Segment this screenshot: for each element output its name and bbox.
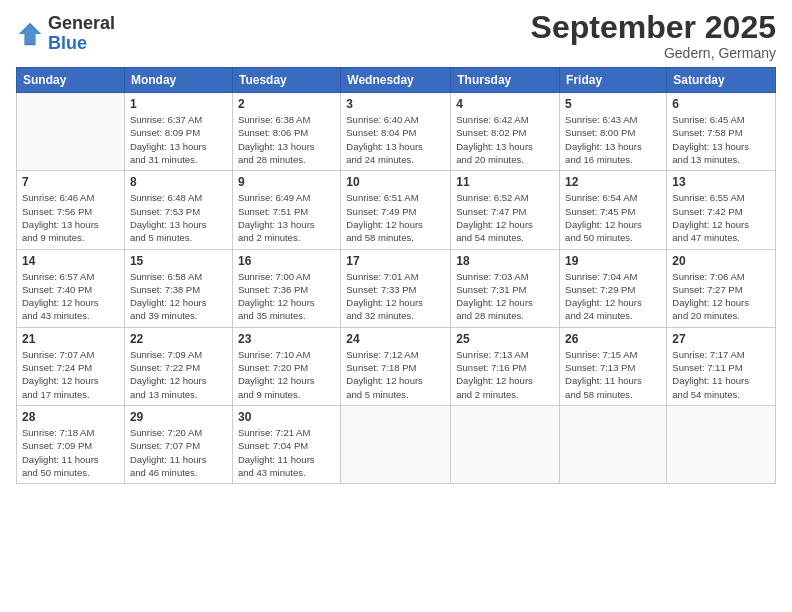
day-number: 22 (130, 332, 227, 346)
day-number: 26 (565, 332, 661, 346)
day-info: Sunrise: 6:46 AM Sunset: 7:56 PM Dayligh… (22, 191, 119, 244)
day-number: 30 (238, 410, 335, 424)
calendar-cell: 26Sunrise: 7:15 AM Sunset: 7:13 PM Dayli… (560, 327, 667, 405)
calendar-week-4: 21Sunrise: 7:07 AM Sunset: 7:24 PM Dayli… (17, 327, 776, 405)
day-number: 29 (130, 410, 227, 424)
calendar-cell: 27Sunrise: 7:17 AM Sunset: 7:11 PM Dayli… (667, 327, 776, 405)
calendar-week-3: 14Sunrise: 6:57 AM Sunset: 7:40 PM Dayli… (17, 249, 776, 327)
day-info: Sunrise: 7:09 AM Sunset: 7:22 PM Dayligh… (130, 348, 227, 401)
day-number: 3 (346, 97, 445, 111)
day-info: Sunrise: 6:40 AM Sunset: 8:04 PM Dayligh… (346, 113, 445, 166)
calendar-week-1: 1Sunrise: 6:37 AM Sunset: 8:09 PM Daylig… (17, 93, 776, 171)
day-info: Sunrise: 7:21 AM Sunset: 7:04 PM Dayligh… (238, 426, 335, 479)
day-info: Sunrise: 7:06 AM Sunset: 7:27 PM Dayligh… (672, 270, 770, 323)
day-info: Sunrise: 6:45 AM Sunset: 7:58 PM Dayligh… (672, 113, 770, 166)
col-thursday: Thursday (451, 68, 560, 93)
calendar-cell (17, 93, 125, 171)
calendar-cell: 28Sunrise: 7:18 AM Sunset: 7:09 PM Dayli… (17, 405, 125, 483)
calendar-cell: 15Sunrise: 6:58 AM Sunset: 7:38 PM Dayli… (124, 249, 232, 327)
day-number: 18 (456, 254, 554, 268)
calendar-cell: 2Sunrise: 6:38 AM Sunset: 8:06 PM Daylig… (232, 93, 340, 171)
calendar-cell: 22Sunrise: 7:09 AM Sunset: 7:22 PM Dayli… (124, 327, 232, 405)
day-number: 25 (456, 332, 554, 346)
calendar-cell: 29Sunrise: 7:20 AM Sunset: 7:07 PM Dayli… (124, 405, 232, 483)
location: Gedern, Germany (531, 45, 776, 61)
calendar-cell: 10Sunrise: 6:51 AM Sunset: 7:49 PM Dayli… (341, 171, 451, 249)
calendar-cell: 4Sunrise: 6:42 AM Sunset: 8:02 PM Daylig… (451, 93, 560, 171)
calendar-cell: 11Sunrise: 6:52 AM Sunset: 7:47 PM Dayli… (451, 171, 560, 249)
header: General Blue September 2025 Gedern, Germ… (16, 10, 776, 61)
logo-general-text: General (48, 13, 115, 33)
calendar-cell (667, 405, 776, 483)
calendar-cell: 3Sunrise: 6:40 AM Sunset: 8:04 PM Daylig… (341, 93, 451, 171)
calendar-cell: 19Sunrise: 7:04 AM Sunset: 7:29 PM Dayli… (560, 249, 667, 327)
calendar-cell (341, 405, 451, 483)
day-number: 24 (346, 332, 445, 346)
calendar-cell: 1Sunrise: 6:37 AM Sunset: 8:09 PM Daylig… (124, 93, 232, 171)
logo-blue-text: Blue (48, 33, 87, 53)
day-number: 5 (565, 97, 661, 111)
calendar-cell: 16Sunrise: 7:00 AM Sunset: 7:36 PM Dayli… (232, 249, 340, 327)
day-number: 2 (238, 97, 335, 111)
day-info: Sunrise: 7:20 AM Sunset: 7:07 PM Dayligh… (130, 426, 227, 479)
day-number: 21 (22, 332, 119, 346)
svg-marker-1 (21, 25, 39, 42)
calendar-cell: 24Sunrise: 7:12 AM Sunset: 7:18 PM Dayli… (341, 327, 451, 405)
calendar-cell: 30Sunrise: 7:21 AM Sunset: 7:04 PM Dayli… (232, 405, 340, 483)
header-row: Sunday Monday Tuesday Wednesday Thursday… (17, 68, 776, 93)
logo: General Blue (16, 14, 115, 54)
calendar-cell: 7Sunrise: 6:46 AM Sunset: 7:56 PM Daylig… (17, 171, 125, 249)
col-tuesday: Tuesday (232, 68, 340, 93)
calendar-cell: 12Sunrise: 6:54 AM Sunset: 7:45 PM Dayli… (560, 171, 667, 249)
day-number: 27 (672, 332, 770, 346)
day-number: 15 (130, 254, 227, 268)
col-wednesday: Wednesday (341, 68, 451, 93)
day-number: 11 (456, 175, 554, 189)
day-number: 14 (22, 254, 119, 268)
calendar-table: Sunday Monday Tuesday Wednesday Thursday… (16, 67, 776, 484)
day-info: Sunrise: 7:15 AM Sunset: 7:13 PM Dayligh… (565, 348, 661, 401)
day-number: 8 (130, 175, 227, 189)
day-info: Sunrise: 6:51 AM Sunset: 7:49 PM Dayligh… (346, 191, 445, 244)
day-number: 1 (130, 97, 227, 111)
col-friday: Friday (560, 68, 667, 93)
day-info: Sunrise: 6:38 AM Sunset: 8:06 PM Dayligh… (238, 113, 335, 166)
col-monday: Monday (124, 68, 232, 93)
day-number: 9 (238, 175, 335, 189)
day-number: 12 (565, 175, 661, 189)
day-info: Sunrise: 7:12 AM Sunset: 7:18 PM Dayligh… (346, 348, 445, 401)
day-number: 13 (672, 175, 770, 189)
calendar-cell: 13Sunrise: 6:55 AM Sunset: 7:42 PM Dayli… (667, 171, 776, 249)
day-info: Sunrise: 6:37 AM Sunset: 8:09 PM Dayligh… (130, 113, 227, 166)
day-number: 10 (346, 175, 445, 189)
day-number: 28 (22, 410, 119, 424)
calendar-cell: 18Sunrise: 7:03 AM Sunset: 7:31 PM Dayli… (451, 249, 560, 327)
day-number: 6 (672, 97, 770, 111)
day-info: Sunrise: 6:58 AM Sunset: 7:38 PM Dayligh… (130, 270, 227, 323)
day-number: 23 (238, 332, 335, 346)
calendar-week-2: 7Sunrise: 6:46 AM Sunset: 7:56 PM Daylig… (17, 171, 776, 249)
day-info: Sunrise: 7:04 AM Sunset: 7:29 PM Dayligh… (565, 270, 661, 323)
calendar-cell: 5Sunrise: 6:43 AM Sunset: 8:00 PM Daylig… (560, 93, 667, 171)
calendar-cell: 20Sunrise: 7:06 AM Sunset: 7:27 PM Dayli… (667, 249, 776, 327)
day-info: Sunrise: 6:57 AM Sunset: 7:40 PM Dayligh… (22, 270, 119, 323)
day-number: 7 (22, 175, 119, 189)
day-info: Sunrise: 7:18 AM Sunset: 7:09 PM Dayligh… (22, 426, 119, 479)
calendar-cell (560, 405, 667, 483)
calendar-cell: 9Sunrise: 6:49 AM Sunset: 7:51 PM Daylig… (232, 171, 340, 249)
calendar-cell: 25Sunrise: 7:13 AM Sunset: 7:16 PM Dayli… (451, 327, 560, 405)
calendar-cell: 14Sunrise: 6:57 AM Sunset: 7:40 PM Dayli… (17, 249, 125, 327)
day-info: Sunrise: 6:43 AM Sunset: 8:00 PM Dayligh… (565, 113, 661, 166)
page: General Blue September 2025 Gedern, Germ… (0, 0, 792, 612)
day-info: Sunrise: 7:01 AM Sunset: 7:33 PM Dayligh… (346, 270, 445, 323)
day-info: Sunrise: 7:17 AM Sunset: 7:11 PM Dayligh… (672, 348, 770, 401)
day-info: Sunrise: 6:54 AM Sunset: 7:45 PM Dayligh… (565, 191, 661, 244)
calendar-cell (451, 405, 560, 483)
day-info: Sunrise: 6:52 AM Sunset: 7:47 PM Dayligh… (456, 191, 554, 244)
title-block: September 2025 Gedern, Germany (531, 10, 776, 61)
calendar-week-5: 28Sunrise: 7:18 AM Sunset: 7:09 PM Dayli… (17, 405, 776, 483)
calendar-cell: 6Sunrise: 6:45 AM Sunset: 7:58 PM Daylig… (667, 93, 776, 171)
day-info: Sunrise: 7:03 AM Sunset: 7:31 PM Dayligh… (456, 270, 554, 323)
day-info: Sunrise: 7:00 AM Sunset: 7:36 PM Dayligh… (238, 270, 335, 323)
day-info: Sunrise: 6:55 AM Sunset: 7:42 PM Dayligh… (672, 191, 770, 244)
